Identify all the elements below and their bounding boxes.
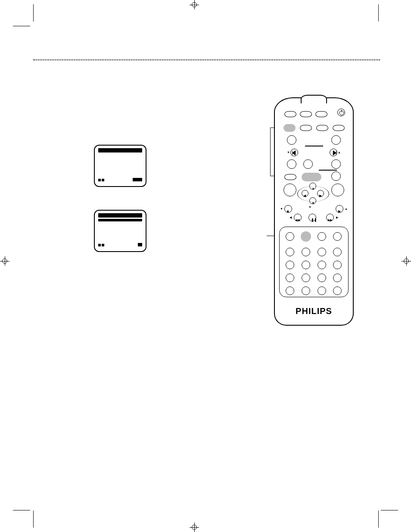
power-button[interactable] — [337, 109, 345, 116]
keypad-panel — [279, 227, 349, 297]
crop-mark — [381, 510, 398, 510]
ffwd-icon: ▶▶ — [328, 218, 332, 221]
stop-button[interactable]: ■ — [284, 205, 292, 213]
keypad-button[interactable] — [286, 232, 294, 241]
remote-round-button[interactable] — [331, 135, 341, 145]
keypad-button[interactable] — [318, 274, 326, 282]
registration-mark — [190, 523, 199, 532]
keypad-button[interactable] — [302, 248, 310, 256]
stop-icon: ■ — [287, 209, 289, 213]
divider-icon — [305, 146, 323, 146]
up-triangle-icon: ▲ — [345, 207, 348, 210]
keypad-button[interactable] — [302, 261, 310, 269]
play-icon: ▶ — [338, 209, 341, 213]
dotted-divider — [33, 59, 380, 60]
crop-mark — [33, 510, 34, 528]
down-arrow-icon: ▼ — [311, 201, 315, 205]
panel-footer — [98, 240, 142, 248]
registration-mark — [0, 256, 9, 266]
crop-mark — [13, 26, 30, 26]
keypad-button-highlighted[interactable] — [301, 231, 311, 242]
up-triangle-icon: ▲ — [338, 151, 341, 154]
remote-large-button[interactable] — [331, 184, 344, 196]
keypad-button[interactable] — [333, 232, 342, 241]
remote-oval-button[interactable] — [284, 174, 296, 180]
brand-logo: PHILIPS — [275, 306, 353, 316]
keypad-button[interactable] — [302, 286, 310, 295]
divider-icon — [319, 170, 337, 171]
next-track-button[interactable] — [330, 149, 337, 156]
leader-line — [270, 128, 271, 176]
pause-icon: ❚❚ — [311, 218, 317, 222]
remote-round-button[interactable] — [287, 159, 296, 169]
panel-bar — [98, 213, 142, 218]
remote-large-button[interactable] — [283, 184, 296, 196]
display-panel-2 — [94, 210, 146, 252]
remote-control: ▼ ▲ ▲ ▼ ◀ ▶ ■ ▶ ▼ ▲ ▼ ◀◀ ❚❚ ▶▶ ◀ ▶ — [274, 97, 354, 326]
remote-oval-button[interactable] — [333, 125, 345, 131]
left-triangle-icon: ◀ — [290, 216, 292, 219]
down-triangle-icon: ▼ — [308, 205, 311, 208]
keypad-button[interactable] — [286, 286, 294, 295]
keypad-button[interactable] — [318, 232, 326, 241]
crop-mark — [378, 510, 379, 528]
right-triangle-icon: ▶ — [336, 216, 338, 219]
down-triangle-icon: ▼ — [280, 207, 283, 210]
remote-oval-button-highlighted[interactable] — [283, 124, 296, 132]
keypad-button[interactable] — [318, 286, 326, 295]
remote-round-button[interactable] — [303, 159, 313, 169]
keypad-button[interactable] — [318, 248, 326, 256]
dpad-arc — [297, 186, 329, 202]
panel-footer — [98, 175, 142, 183]
remote-round-button[interactable] — [287, 135, 296, 145]
keypad-button[interactable] — [318, 261, 326, 269]
crop-mark — [13, 510, 30, 510]
rewind-icon: ◀◀ — [295, 218, 299, 221]
keypad-button[interactable] — [333, 248, 342, 256]
keypad-button[interactable] — [302, 274, 310, 282]
remote-round-button[interactable] — [331, 171, 341, 181]
skip-prev-icon — [291, 149, 299, 157]
crop-mark — [378, 4, 379, 22]
power-icon — [338, 109, 346, 117]
pause-button[interactable]: ❚❚ — [308, 214, 316, 221]
dpad-cluster: ▲ ▼ ◀ ▶ ■ ▶ ▼ ▲ ▼ ◀◀ ❚❚ ▶▶ ◀ ▶ — [283, 183, 345, 222]
remote-round-button[interactable] — [331, 159, 341, 169]
play-button[interactable]: ▶ — [336, 205, 343, 213]
panel-bar — [98, 148, 142, 152]
down-triangle-icon: ▼ — [287, 151, 290, 154]
keypad-button[interactable] — [286, 248, 294, 256]
skip-next-icon — [330, 149, 338, 157]
keypad-button[interactable] — [333, 286, 342, 295]
rewind-button[interactable]: ◀◀ — [294, 214, 302, 221]
remote-oval-button[interactable] — [316, 125, 328, 131]
prev-track-button[interactable] — [290, 149, 298, 156]
keypad-button[interactable] — [333, 274, 342, 282]
registration-mark — [190, 0, 199, 9]
fast-forward-button[interactable]: ▶▶ — [326, 214, 334, 221]
crop-mark — [33, 4, 34, 22]
keypad-button[interactable] — [286, 274, 294, 282]
panel-subbar — [98, 219, 142, 221]
keypad-button[interactable] — [333, 261, 342, 269]
remote-oval-button[interactable] — [315, 111, 327, 117]
remote-oval-button[interactable] — [300, 125, 312, 131]
remote-oval-button[interactable] — [300, 111, 312, 117]
registration-mark — [402, 256, 411, 266]
display-panel-1 — [94, 145, 146, 187]
remote-oval-button[interactable] — [284, 111, 296, 117]
remote-oval-button-highlighted[interactable] — [302, 173, 321, 181]
keypad-button[interactable] — [286, 261, 294, 269]
